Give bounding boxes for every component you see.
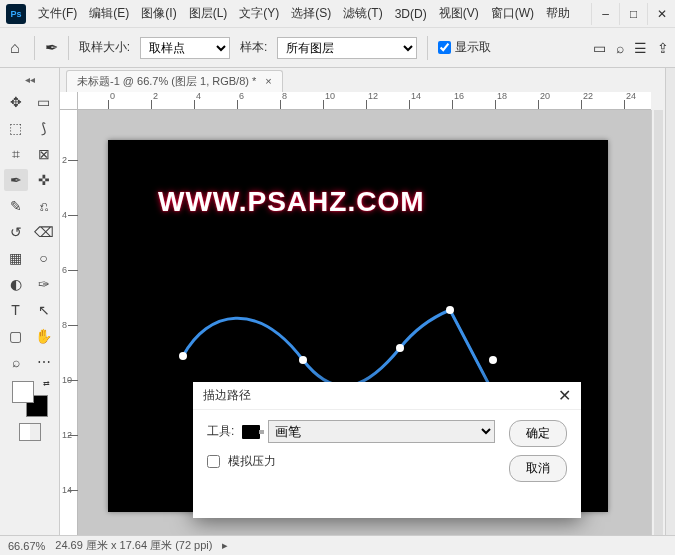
tool-panel: ◂◂ ✥ ▭ ⬚ ⟆ ⌗ ⊠ ✒ ✜ ✎ ⎌ ↺ ⌫ ▦ ○ ◐ ✑ T ↖ ▢… xyxy=(0,68,60,535)
sample-size-select[interactable]: 取样点 xyxy=(140,37,230,59)
marquee-tool-icon[interactable]: ⬚ xyxy=(4,117,28,139)
show-overlay-label: 显示取 xyxy=(455,39,491,56)
more-icon[interactable]: ☰ xyxy=(634,40,647,56)
healing-tool-icon[interactable]: ✜ xyxy=(32,169,56,191)
canvas-area: 未标题-1 @ 66.7% (图层 1, RGB/8) * × 02468101… xyxy=(60,68,665,535)
menu-filter[interactable]: 滤镜(T) xyxy=(337,1,388,26)
crop-tool-icon[interactable]: ⌗ xyxy=(4,143,28,165)
svg-point-5 xyxy=(489,356,497,364)
brush-tool-icon[interactable]: ✎ xyxy=(4,195,28,217)
dialog-close-icon[interactable]: ✕ xyxy=(558,386,571,405)
stroke-path-dialog: 描边路径 ✕ 工具: 画笔 xyxy=(193,382,581,518)
menu-image[interactable]: 图像(I) xyxy=(135,1,182,26)
tool-label: 工具: xyxy=(207,423,234,440)
options-bar: ⌂ ✒ 取样大小: 取样点 样本: 所有图层 显示取 ▭ ⌕ ☰ ⇪ xyxy=(0,28,675,68)
scrollbar-vertical[interactable] xyxy=(651,110,665,535)
eraser-tool-icon[interactable]: ⌫ xyxy=(32,221,56,243)
brush-icon xyxy=(242,425,260,439)
collapse-toolbar-icon[interactable]: ◂◂ xyxy=(6,72,54,87)
zoom-tool-icon[interactable]: ⌕ xyxy=(4,351,28,373)
document-tab-bar: 未标题-1 @ 66.7% (图层 1, RGB/8) * × xyxy=(60,68,665,92)
quick-mask-icon[interactable] xyxy=(19,423,41,441)
svg-point-4 xyxy=(446,306,454,314)
menu-bar: 文件(F) 编辑(E) 图像(I) 图层(L) 文字(Y) 选择(S) 滤镜(T… xyxy=(32,0,576,27)
separator xyxy=(427,36,428,60)
frame-tool-icon[interactable]: ⊠ xyxy=(32,143,56,165)
status-menu-icon[interactable]: ▸ xyxy=(222,539,228,552)
simulate-pressure-checkbox[interactable] xyxy=(207,455,220,468)
status-bar: 66.67% 24.69 厘米 x 17.64 厘米 (72 ppi) ▸ xyxy=(0,535,675,555)
hand-tool-icon[interactable]: ✋ xyxy=(32,325,56,347)
swap-colors-icon[interactable]: ⇄ xyxy=(43,379,50,388)
sample-label: 样本: xyxy=(240,39,267,56)
clone-tool-icon[interactable]: ⎌ xyxy=(32,195,56,217)
tool-select[interactable]: 画笔 xyxy=(268,420,495,443)
right-dock-strip[interactable] xyxy=(665,68,675,535)
eyedropper-tool-icon[interactable]: ✒ xyxy=(4,169,28,191)
sample-select[interactable]: 所有图层 xyxy=(277,37,417,59)
blur-tool-icon[interactable]: ○ xyxy=(32,247,56,269)
app-logo: Ps xyxy=(6,4,26,24)
document-tab[interactable]: 未标题-1 @ 66.7% (图层 1, RGB/8) * × xyxy=(66,70,283,92)
close-button[interactable]: ✕ xyxy=(647,3,675,25)
menu-select[interactable]: 选择(S) xyxy=(285,1,337,26)
cancel-button[interactable]: 取消 xyxy=(509,455,567,482)
history-brush-icon[interactable]: ↺ xyxy=(4,221,28,243)
show-overlay-checkbox[interactable] xyxy=(438,41,451,54)
color-swatch[interactable]: ⇄ xyxy=(12,381,48,417)
menu-type[interactable]: 文字(Y) xyxy=(233,1,285,26)
title-bar: Ps 文件(F) 编辑(E) 图像(I) 图层(L) 文字(Y) 选择(S) 滤… xyxy=(0,0,675,28)
eyedropper-tool-icon[interactable]: ✒ xyxy=(45,38,58,57)
dialog-title: 描边路径 xyxy=(203,387,251,404)
maximize-button[interactable]: □ xyxy=(619,3,647,25)
menu-3d[interactable]: 3D(D) xyxy=(389,3,433,25)
type-tool-icon[interactable]: T xyxy=(4,299,28,321)
minimize-button[interactable]: – xyxy=(591,3,619,25)
gradient-tool-icon[interactable]: ▦ xyxy=(4,247,28,269)
ruler-corner xyxy=(60,92,78,110)
ruler-horizontal[interactable]: 02468101214161820222426 xyxy=(78,92,651,110)
menu-help[interactable]: 帮助 xyxy=(540,1,576,26)
separator xyxy=(68,36,69,60)
artboard-tool-icon[interactable]: ▭ xyxy=(32,91,56,113)
foreground-color[interactable] xyxy=(12,381,34,403)
separator xyxy=(34,36,35,60)
workspace: ◂◂ ✥ ▭ ⬚ ⟆ ⌗ ⊠ ✒ ✜ ✎ ⎌ ↺ ⌫ ▦ ○ ◐ ✑ T ↖ ▢… xyxy=(0,68,675,535)
menu-edit[interactable]: 编辑(E) xyxy=(83,1,135,26)
canvas[interactable]: WWW.PSAHZ.COM 描边路径 ✕ xyxy=(108,140,608,512)
ruler-wrap: 02468101214161820222426 2468101214 WWW.P… xyxy=(60,92,665,535)
menu-layer[interactable]: 图层(L) xyxy=(183,1,234,26)
tab-close-icon[interactable]: × xyxy=(265,75,271,87)
show-overlay-check[interactable]: 显示取 xyxy=(438,39,491,56)
svg-point-3 xyxy=(396,344,404,352)
menu-window[interactable]: 窗口(W) xyxy=(485,1,540,26)
path-select-icon[interactable]: ↖ xyxy=(32,299,56,321)
pen-tool-icon[interactable]: ✑ xyxy=(32,273,56,295)
simulate-pressure-label: 模拟压力 xyxy=(228,453,276,470)
ok-button[interactable]: 确定 xyxy=(509,420,567,447)
ruler-vertical[interactable]: 2468101214 xyxy=(60,110,78,535)
edit-toolbar-icon[interactable]: ⋯ xyxy=(32,351,56,373)
canvas-stage[interactable]: WWW.PSAHZ.COM 描边路径 ✕ xyxy=(78,110,651,535)
move-tool-icon[interactable]: ✥ xyxy=(4,91,28,113)
svg-point-1 xyxy=(179,352,187,360)
home-icon[interactable]: ⌂ xyxy=(6,37,24,59)
dialog-header[interactable]: 描边路径 ✕ xyxy=(193,382,581,410)
search-icon[interactable]: ⌕ xyxy=(616,40,624,56)
document-tab-title: 未标题-1 @ 66.7% (图层 1, RGB/8) * xyxy=(77,75,256,87)
dodge-tool-icon[interactable]: ◐ xyxy=(4,273,28,295)
menu-view[interactable]: 视图(V) xyxy=(433,1,485,26)
zoom-level[interactable]: 66.67% xyxy=(8,540,45,552)
panel-icon[interactable]: ▭ xyxy=(593,40,606,56)
svg-point-2 xyxy=(299,356,307,364)
document-info[interactable]: 24.69 厘米 x 17.64 厘米 (72 ppi) xyxy=(55,538,212,553)
menu-file[interactable]: 文件(F) xyxy=(32,1,83,26)
window-controls: – □ ✕ xyxy=(591,3,675,25)
rectangle-tool-icon[interactable]: ▢ xyxy=(4,325,28,347)
share-icon[interactable]: ⇪ xyxy=(657,40,669,56)
lasso-tool-icon[interactable]: ⟆ xyxy=(32,117,56,139)
sample-size-label: 取样大小: xyxy=(79,39,130,56)
